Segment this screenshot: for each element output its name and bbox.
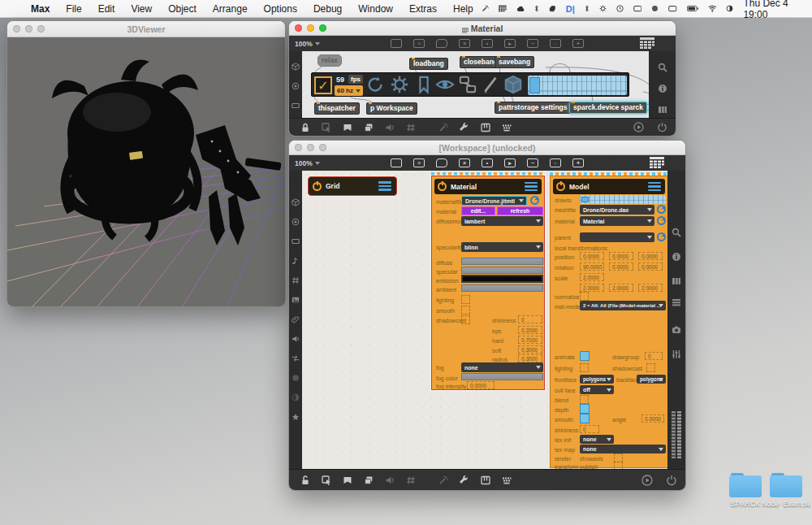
bookmark-icon[interactable] <box>414 75 434 94</box>
menu-view[interactable]: View <box>123 3 160 15</box>
normalize-checkbox[interactable] <box>580 292 589 301</box>
material-panel-header[interactable]: Material <box>434 179 542 194</box>
calendar-icon[interactable] <box>499 4 507 13</box>
menu-debug[interactable]: Debug <box>305 3 350 15</box>
power-icon[interactable] <box>657 122 667 132</box>
time-machine-icon[interactable] <box>616 4 624 13</box>
button-icon[interactable]: • <box>482 158 493 167</box>
rotation-y-numbox[interactable]: 0.0000 <box>609 262 633 271</box>
scale-x-numbox[interactable]: 2.0000 <box>580 284 604 292</box>
diffusemodel-dropdown[interactable]: lambert <box>461 216 543 226</box>
arrows-icon[interactable] <box>292 354 300 362</box>
blend-checkbox[interactable] <box>580 395 589 404</box>
star-icon[interactable] <box>292 413 300 421</box>
fps-number[interactable]: 59 <box>336 76 344 84</box>
unlock-icon[interactable] <box>300 475 310 485</box>
fog-color-swatch[interactable] <box>461 373 543 380</box>
menu-clock[interactable]: Thu Dec 4 19:00 <box>743 0 802 20</box>
grid-power-icon[interactable] <box>313 182 322 191</box>
material-titlebar[interactable]: Material <box>289 21 676 36</box>
drawto-selected-cell[interactable] <box>581 197 589 202</box>
cube-icon[interactable] <box>292 63 300 71</box>
info-icon[interactable] <box>672 252 681 262</box>
speaker-icon[interactable] <box>292 335 300 343</box>
airdrop-icon[interactable] <box>534 4 539 13</box>
thispatcher-object[interactable]: thispatcher <box>314 102 360 115</box>
edit-button[interactable]: edit... <box>461 206 495 215</box>
wand-icon[interactable] <box>438 475 448 485</box>
texinit-dropdown[interactable]: none <box>580 435 614 444</box>
image-icon[interactable] <box>292 296 300 304</box>
fog-intensity-numbox[interactable]: 0.0000 <box>467 381 495 389</box>
model-shininess-numbox[interactable]: 0 <box>580 425 599 433</box>
columns-icon[interactable] <box>658 105 667 115</box>
cursor-icon[interactable] <box>322 475 331 485</box>
scroll-bar-right[interactable] <box>677 411 681 458</box>
drawgroup-numbox[interactable]: 0 <box>645 352 663 360</box>
settings-icon[interactable] <box>599 4 607 13</box>
reload-icon[interactable] <box>365 75 385 94</box>
workspace-canvas[interactable]: Grid Material materialfile Drone/Drone.j… <box>302 171 667 469</box>
message-box-icon[interactable] <box>436 39 447 48</box>
presentation-icon[interactable] <box>343 123 352 132</box>
refresh-button[interactable]: refresh <box>497 206 543 215</box>
object-box-icon[interactable] <box>391 39 402 48</box>
paperclip-icon[interactable] <box>292 315 300 323</box>
relax-message[interactable]: relax <box>317 54 342 67</box>
search-icon[interactable] <box>672 228 681 237</box>
menu-window[interactable]: Window <box>350 3 401 15</box>
search-icon[interactable] <box>658 63 667 72</box>
menu-extras[interactable]: Extras <box>401 3 445 15</box>
eps-numbox[interactable]: 0.2000 <box>518 326 542 334</box>
folder-node-examples[interactable]: Node_Examples <box>762 473 810 508</box>
cloud-sync-icon[interactable] <box>516 5 525 13</box>
keymap-icon[interactable] <box>502 475 512 485</box>
layers-icon[interactable] <box>364 123 374 132</box>
specularity-dropdown[interactable]: blinn <box>461 242 543 252</box>
zoom-scroll-indicator[interactable] <box>672 411 681 458</box>
loadbang-object[interactable]: loadbang <box>409 58 448 70</box>
material-power-icon[interactable] <box>438 182 447 191</box>
materialfile-refresh-icon[interactable] <box>530 196 539 205</box>
parent-dropdown[interactable] <box>580 232 654 242</box>
animate-checkbox[interactable] <box>580 351 590 361</box>
rate-dropdown[interactable]: 60 hz <box>335 85 363 96</box>
message-box-icon[interactable] <box>436 158 447 167</box>
wrench-icon[interactable] <box>460 123 469 132</box>
specular-swatch[interactable] <box>461 267 543 274</box>
grid-snap-icon[interactable] <box>406 123 416 132</box>
eye-icon[interactable] <box>435 75 455 94</box>
keymap-icon[interactable] <box>502 123 512 132</box>
columns-icon[interactable] <box>672 276 681 286</box>
cube-icon[interactable] <box>292 198 300 206</box>
folder-icon[interactable] <box>729 473 762 497</box>
meshfile-refresh-icon[interactable] <box>657 205 666 214</box>
slider-icon[interactable]: − <box>527 39 538 48</box>
add-more-icon[interactable]: + <box>572 158 584 167</box>
target-icon[interactable] <box>292 218 300 226</box>
cube-3d-icon[interactable] <box>503 75 523 94</box>
savebang-object[interactable]: savebang <box>495 56 534 68</box>
info-icon[interactable] <box>658 84 667 93</box>
model-panel[interactable]: Model drawto meshfile Drone/Drone.dae ma… <box>550 176 668 468</box>
model-power-icon[interactable] <box>556 182 565 191</box>
menu-object[interactable]: Object <box>160 3 205 15</box>
viewer-titlebar[interactable]: 3DViewer <box>7 21 285 37</box>
lock-icon[interactable] <box>300 123 310 132</box>
hard-numbox[interactable]: 0.7000 <box>518 336 542 344</box>
soft-numbox[interactable]: 0.3000 <box>518 345 542 354</box>
position-x-numbox[interactable]: 0.0000 <box>580 252 604 260</box>
matrix-icon[interactable] <box>292 276 300 284</box>
cullface-dropdown[interactable]: off <box>580 385 614 394</box>
add-more-icon[interactable]: + <box>572 39 584 48</box>
note-icon[interactable] <box>292 257 300 265</box>
new-object-icon[interactable]: ≡ <box>413 39 425 48</box>
model-smooth-checkbox[interactable] <box>580 414 590 423</box>
zoom-level-dropdown[interactable]: 100% <box>295 40 320 48</box>
mixer-icon[interactable] <box>672 349 681 359</box>
model-lighting-checkbox[interactable] <box>580 363 589 372</box>
diffuse-swatch[interactable] <box>461 258 543 265</box>
display-icon[interactable] <box>668 5 677 13</box>
menu-file[interactable]: File <box>58 3 89 15</box>
backface-dropdown[interactable]: polygons <box>637 375 666 384</box>
